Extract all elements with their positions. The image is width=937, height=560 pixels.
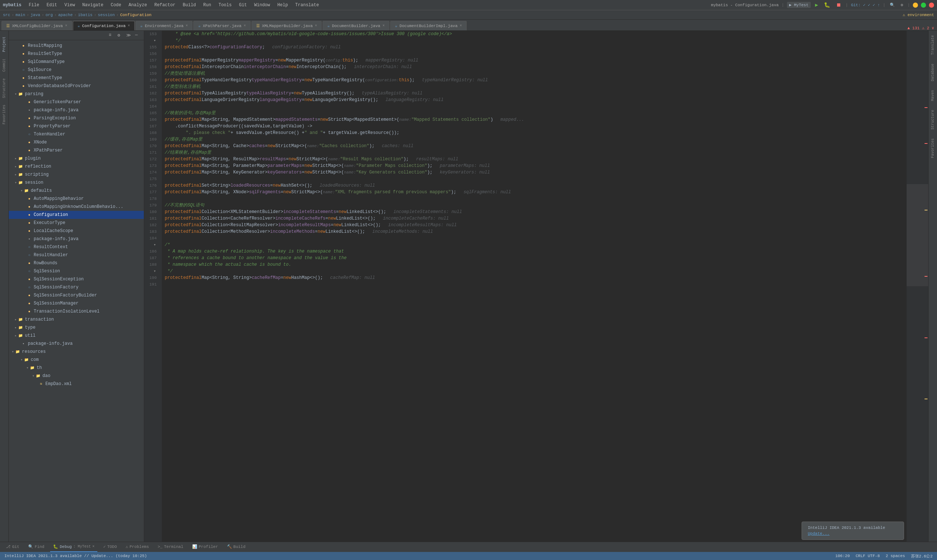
- tree-item-resultsettype[interactable]: ● ResultSetType: [9, 50, 144, 58]
- debug-session-close[interactable]: ×: [92, 545, 94, 549]
- breadcrumb-environment[interactable]: ⚠ environment: [903, 12, 934, 17]
- commit-panel-label[interactable]: Commit: [1, 55, 8, 75]
- favorites-panel-label-right[interactable]: Favorites: [931, 135, 935, 161]
- bottom-tab-build[interactable]: 🔨 Build: [224, 542, 249, 552]
- bottom-tab-profiler[interactable]: 📊 Profiler: [189, 542, 221, 552]
- tree-item-package-info-session[interactable]: ▪ package-info.java: [9, 235, 144, 243]
- menu-tools[interactable]: Tools: [215, 2, 235, 8]
- tab-close-icon[interactable]: ×: [128, 24, 130, 28]
- bottom-tab-git[interactable]: ⎇ Git: [3, 542, 22, 552]
- stop-button[interactable]: ⏹: [834, 2, 843, 9]
- breadcrumb-java[interactable]: java: [31, 13, 40, 17]
- settings-btn[interactable]: ⚙: [117, 32, 123, 38]
- tree-item-resultmapping[interactable]: ● ResultMapping: [9, 42, 144, 50]
- tree-item-package-info-root[interactable]: ▪ package-info.java: [9, 340, 144, 348]
- tab-close-icon[interactable]: ×: [65, 24, 67, 28]
- tab-xpathparser[interactable]: ☕ XPathParser.java ×: [193, 21, 250, 31]
- tree-item-automappingbehavior[interactable]: ● AutoMappingBehavior: [9, 195, 144, 203]
- tree-item-localcachescope[interactable]: ● LocalCacheScope: [9, 227, 144, 235]
- tab-documentbuilderimpl[interactable]: ☕ DocumentBuilderImpl.java ×: [390, 21, 467, 31]
- debug-button[interactable]: 🐛: [822, 1, 832, 9]
- menu-refactor[interactable]: Refactor: [152, 2, 178, 8]
- tree-item-session-folder[interactable]: ▾ 📁 session: [9, 178, 144, 187]
- search-btn[interactable]: 🔍: [888, 2, 896, 8]
- tree-item-automappingunknown[interactable]: ● AutoMappingUnknownColumnBehavio...: [9, 203, 144, 211]
- win-max[interactable]: [921, 3, 926, 8]
- run-button[interactable]: ▶: [814, 1, 820, 9]
- tree-item-transaction-folder[interactable]: ▸ 📁 transaction: [9, 315, 144, 323]
- bottom-tab-todo[interactable]: ✓ TODO: [100, 542, 120, 552]
- tree-item-resultcontext[interactable]: ○ ResultContext: [9, 243, 144, 251]
- tree-item-xpathparser[interactable]: ● XPathParser: [9, 146, 144, 154]
- menu-help[interactable]: Help: [274, 2, 291, 8]
- tree-item-reflection-folder[interactable]: ▸ 📁 reflection: [9, 163, 144, 171]
- tree-item-sqlsessionmanager[interactable]: ● SqlSessionManager: [9, 299, 144, 308]
- tree-item-resulthandler[interactable]: ○ ResultHandler: [9, 251, 144, 259]
- tree-item-tokenhandler[interactable]: ○ TokenHandler: [9, 130, 144, 138]
- tree-item-empdao-xml[interactable]: ≋ EmpDao.xml: [9, 380, 144, 388]
- tree-item-dao-folder[interactable]: ▾ 📁 dao: [9, 372, 144, 380]
- settings-btn[interactable]: ⚙: [899, 2, 905, 8]
- menu-navigate[interactable]: Navigate: [79, 2, 106, 8]
- tab-close-icon[interactable]: ×: [315, 24, 317, 28]
- tab-close-icon[interactable]: ×: [244, 24, 246, 28]
- collapse-all-btn[interactable]: ≡: [109, 32, 115, 38]
- menu-view[interactable]: View: [62, 2, 78, 8]
- tree-item-resources-folder[interactable]: ▾ 📁 resources: [9, 348, 144, 356]
- menu-edit[interactable]: Edit: [43, 2, 60, 8]
- tab-documentbuilder[interactable]: ☕ DocumentBuilder.java ×: [323, 21, 389, 31]
- structure-panel-label[interactable]: Structure: [1, 75, 8, 101]
- tab-configuration[interactable]: ☕ Configuration.java ×: [73, 21, 135, 31]
- menu-file[interactable]: File: [26, 2, 42, 8]
- notification-update-link[interactable]: Update...: [808, 531, 829, 536]
- translate-panel-label[interactable]: Translate: [931, 32, 935, 58]
- breadcrumb-configuration[interactable]: Configuration: [120, 13, 152, 17]
- tree-item-statementtype[interactable]: ● StatementType: [9, 74, 144, 82]
- tree-item-vendordatabaseidprovider[interactable]: ● VendorDatabaseIdProvider: [9, 82, 144, 90]
- breadcrumb-main[interactable]: main: [15, 13, 25, 17]
- tree-item-sqlsessionexception[interactable]: ● SqlSessionException: [9, 275, 144, 283]
- code-content[interactable]: * @see <a href='https://github.com/mybat…: [162, 31, 906, 542]
- win-close[interactable]: [929, 3, 934, 8]
- status-indent[interactable]: 2 spaces: [886, 554, 905, 558]
- tree-item-scripting-folder[interactable]: ▸ 📁 scripting: [9, 171, 144, 178]
- tree-item-transactionisolationlevel[interactable]: ● TransactionIsolationLevel: [9, 308, 144, 315]
- bottom-tab-problems[interactable]: ⚠ Problems: [123, 542, 152, 552]
- tab-close-icon[interactable]: ×: [383, 24, 385, 28]
- tree-item-executortype[interactable]: ● ExecutorType: [9, 219, 144, 227]
- status-notification[interactable]: IntelliJ IDEA 2021.1.3 available // Upda…: [5, 554, 147, 558]
- close-sidebar-btn[interactable]: —: [135, 32, 141, 38]
- favorites-panel-label[interactable]: Favorites: [1, 102, 8, 128]
- toolbar-run-config[interactable]: ▶ MyTest: [787, 2, 811, 8]
- tree-item-package-info-parsing[interactable]: ▪ package-info.java: [9, 106, 144, 114]
- menu-code[interactable]: Code: [108, 2, 124, 8]
- bottom-tab-terminal[interactable]: >_ Terminal: [155, 542, 186, 552]
- tab-xmlconfigbuilder[interactable]: ☰ XMLConfigBuilder.java ×: [2, 21, 72, 31]
- project-panel-label[interactable]: Project: [1, 34, 8, 55]
- tree-item-propertyparser[interactable]: ● PropertyParser: [9, 122, 144, 130]
- tree-item-plugin-folder[interactable]: ▸ 📁 plugin: [9, 154, 144, 163]
- tab-close-icon[interactable]: ×: [186, 24, 188, 28]
- tree-item-sqlsessionfactory[interactable]: ○ SqlSessionFactory: [9, 283, 144, 291]
- tree-item-sqlcommandtype[interactable]: ● SqlCommandType: [9, 58, 144, 66]
- structure-panel-label-right[interactable]: Structure: [931, 107, 935, 132]
- bottom-tab-find[interactable]: 🔍 Find: [25, 542, 47, 552]
- tree-item-type-folder[interactable]: ▸ 📁 type: [9, 323, 144, 332]
- tree-item-sqlsession[interactable]: ○ SqlSession: [9, 267, 144, 275]
- database-panel-label[interactable]: Database: [931, 61, 935, 84]
- breadcrumb-project[interactable]: src: [3, 13, 10, 17]
- tab-environment[interactable]: ☕ Environment.java ×: [135, 21, 192, 31]
- maven-panel-label[interactable]: Maven: [931, 87, 935, 104]
- bottom-tab-debug[interactable]: 🐛 Debug : MyTest ×: [50, 542, 97, 552]
- tab-xmlmapperbuilder[interactable]: ☰ XMLMapperBuilder.java ×: [251, 21, 322, 31]
- status-position[interactable]: 106:20: [835, 554, 850, 558]
- tree-item-sqlsource[interactable]: ○ SqlSource: [9, 66, 144, 74]
- tree-item-generictokenparser[interactable]: ● GenericTokenParser: [9, 98, 144, 106]
- breadcrumb-org[interactable]: org: [45, 13, 53, 17]
- menu-build[interactable]: Build: [180, 2, 199, 8]
- tab-close-icon[interactable]: ×: [460, 24, 462, 28]
- tree-item-sqlsessionfactorybuilder[interactable]: ● SqlSessionFactoryBuilder: [9, 291, 144, 299]
- tree-item-xnode[interactable]: ● XNode: [9, 138, 144, 146]
- tree-item-configuration[interactable]: ● Configuration: [9, 211, 144, 219]
- tree-item-th-folder[interactable]: ▾ 📁 th: [9, 364, 144, 372]
